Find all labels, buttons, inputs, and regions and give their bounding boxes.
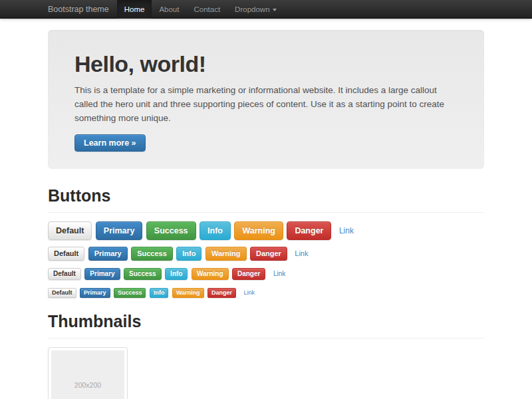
info-button-default[interactable]: Info [176,247,201,261]
info-button-small[interactable]: Info [165,268,188,280]
primary-button-extra-small[interactable]: Primary [80,288,110,298]
primary-button-default[interactable]: Primary [88,247,128,261]
thumbnail-placeholder-image: 200x200 [51,350,124,399]
warning-button-extra-small[interactable]: Warning [172,288,204,298]
button-row-small: Default Primary Success Info Warning Dan… [48,267,484,280]
success-button-large[interactable]: Success [146,221,196,240]
link-button-default[interactable]: Link [295,249,308,257]
danger-button-small[interactable]: Danger [232,268,265,280]
hero-title: Hello, world! [74,51,458,77]
navbar-brand[interactable]: Bootstrap theme [48,0,109,19]
learn-more-button[interactable]: Learn more » [74,134,146,152]
default-button-large[interactable]: Default [48,221,92,240]
button-row-extra-small: Default Primary Success Info Warning Dan… [48,287,484,299]
buttons-section-header: Buttons [48,186,484,213]
navbar: Bootstrap theme HomeAboutContactDropdown [0,0,532,19]
default-button-extra-small[interactable]: Default [48,288,76,298]
navbar-menu: HomeAboutContactDropdown [117,0,284,19]
link-button-small[interactable]: Link [273,270,285,277]
success-button-default[interactable]: Success [131,247,173,261]
default-button-small[interactable]: Default [48,268,81,280]
caret-down-icon [273,9,277,11]
nav-item-home[interactable]: Home [117,0,152,19]
warning-button-small[interactable]: Warning [192,268,229,280]
button-row-default: Default Primary Success Info Warning Dan… [48,247,484,261]
hero-text: This is a template for a simple marketin… [74,84,458,126]
primary-button-small[interactable]: Primary [84,268,120,280]
thumbnails-section-header: Thumbnails [48,312,484,338]
nav-item-dropdown[interactable]: Dropdown [227,0,283,19]
nav-item-about[interactable]: About [152,0,186,19]
success-button-extra-small[interactable]: Success [114,288,146,298]
link-button-large[interactable]: Link [339,226,354,235]
danger-button-large[interactable]: Danger [287,221,331,240]
primary-button-large[interactable]: Primary [96,221,143,240]
default-button-default[interactable]: Default [48,247,84,261]
hero-unit: Hello, world! This is a template for a s… [48,30,484,169]
info-button-large[interactable]: Info [200,221,231,240]
button-rows: Default Primary Success Info Warning Dan… [48,221,484,299]
danger-button-extra-small[interactable]: Danger [207,288,236,298]
thumbnails-heading: Thumbnails [48,312,484,331]
buttons-heading: Buttons [48,186,484,205]
button-row-large: Default Primary Success Info Warning Dan… [48,221,484,240]
info-button-extra-small[interactable]: Info [150,288,169,298]
link-button-extra-small[interactable]: Link [243,289,255,296]
warning-button-large[interactable]: Warning [234,221,283,240]
thumbnail[interactable]: 200x200 [48,347,128,399]
thumbnail-placeholder-label: 200x200 [74,381,101,389]
success-button-small[interactable]: Success [124,268,162,280]
nav-item-contact[interactable]: Contact [186,0,227,19]
danger-button-default[interactable]: Danger [250,247,287,261]
warning-button-default[interactable]: Warning [205,247,247,261]
